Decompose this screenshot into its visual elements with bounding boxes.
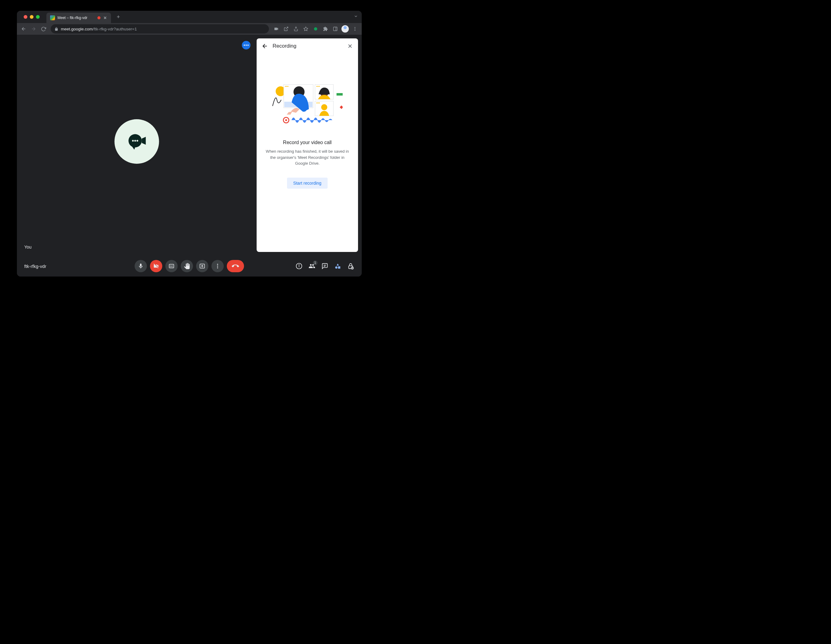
browser-chrome: Meet – ftk-rfkg-vdr + meet.google.com/ft…: [17, 11, 362, 35]
panel-body: Record your video call When recording ha…: [256, 54, 358, 252]
center-controls: CC: [135, 260, 244, 272]
svg-point-28: [319, 86, 320, 87]
right-controls: 1: [244, 262, 354, 270]
call-controls-bar: ftk-rfkg-vdr CC: [17, 256, 362, 277]
host-controls-button[interactable]: [347, 262, 354, 270]
self-label: You: [24, 245, 32, 250]
sidepanel-icon[interactable]: [331, 25, 339, 33]
panel-title: Recording: [272, 43, 343, 49]
panel-back-button[interactable]: [261, 43, 268, 49]
camera-chat-icon: [126, 130, 148, 153]
present-button[interactable]: [196, 260, 209, 272]
minimize-window-button[interactable]: [30, 15, 33, 19]
meet-favicon-icon: [50, 15, 55, 20]
tab-overflow-button[interactable]: [354, 14, 362, 20]
svg-rect-53: [338, 266, 340, 269]
browser-menu-icon[interactable]: [351, 25, 359, 33]
bookmark-icon[interactable]: [301, 25, 310, 33]
svg-point-34: [321, 104, 327, 110]
svg-rect-35: [336, 93, 343, 95]
forward-button[interactable]: [29, 25, 38, 33]
svg-point-27: [318, 86, 319, 87]
close-tab-button[interactable]: [103, 16, 107, 20]
camera-button[interactable]: [150, 260, 162, 272]
participant-count-badge: 1: [313, 261, 317, 265]
start-recording-button[interactable]: Start recording: [287, 178, 328, 189]
svg-point-13: [134, 140, 136, 142]
open-external-icon[interactable]: [282, 25, 290, 33]
svg-point-56: [352, 267, 353, 268]
panel-close-button[interactable]: [347, 43, 353, 49]
svg-point-20: [285, 86, 286, 87]
url-text: meet.google.com/ftk-rfkg-vdr?authuser=1: [61, 27, 137, 31]
reload-button[interactable]: [39, 25, 48, 33]
svg-point-31: [317, 103, 317, 103]
browser-window: Meet – ftk-rfkg-vdr + meet.google.com/ft…: [17, 11, 362, 277]
svg-point-48: [299, 264, 299, 265]
activities-button[interactable]: [334, 262, 341, 270]
participant-more-button[interactable]: [242, 41, 250, 49]
video-stage: You: [17, 35, 256, 256]
window-controls: [20, 15, 43, 19]
svg-point-21: [287, 86, 287, 87]
camera-indicator-icon[interactable]: [272, 25, 280, 33]
close-window-button[interactable]: [24, 15, 27, 19]
browser-tab[interactable]: Meet – ftk-rfkg-vdr: [46, 13, 111, 23]
recording-illustration: [272, 78, 343, 127]
meeting-details-button[interactable]: [295, 262, 303, 270]
svg-text:CC: CC: [170, 265, 174, 268]
svg-marker-4: [304, 27, 307, 31]
captions-button[interactable]: CC: [166, 260, 178, 272]
svg-point-52: [335, 266, 337, 269]
panel-heading: Record your video call: [283, 140, 332, 145]
svg-point-12: [132, 140, 134, 142]
raise-hand-button[interactable]: [181, 260, 193, 272]
chat-button[interactable]: [321, 262, 328, 270]
toolbar-icons: [272, 25, 359, 33]
svg-line-2: [286, 27, 288, 29]
svg-point-38: [285, 119, 287, 121]
share-icon[interactable]: [291, 25, 300, 33]
extension-badge-icon[interactable]: [311, 25, 320, 33]
svg-point-43: [217, 264, 218, 265]
svg-point-33: [319, 103, 320, 103]
self-avatar: [115, 119, 159, 164]
svg-rect-6: [333, 27, 337, 31]
meet-area: You Recording: [17, 35, 362, 256]
toolbar: meet.google.com/ftk-rfkg-vdr?authuser=1: [17, 23, 362, 35]
svg-point-14: [137, 140, 138, 142]
maximize-window-button[interactable]: [36, 15, 40, 19]
svg-point-32: [318, 103, 319, 103]
svg-point-10: [355, 30, 355, 31]
meeting-code: ftk-rfkg-vdr: [24, 264, 135, 269]
participants-button[interactable]: 1: [308, 262, 316, 270]
lock-icon: [54, 27, 58, 31]
svg-rect-36: [339, 105, 343, 109]
profile-avatar[interactable]: [341, 25, 349, 33]
leave-call-button[interactable]: [227, 260, 244, 272]
more-options-button[interactable]: [212, 260, 224, 272]
microphone-button[interactable]: [135, 260, 147, 272]
svg-point-45: [217, 267, 218, 268]
tab-bar: Meet – ftk-rfkg-vdr +: [17, 11, 362, 23]
recording-panel: Recording: [256, 38, 358, 252]
svg-point-22: [288, 86, 288, 87]
svg-marker-51: [336, 264, 339, 266]
recording-indicator-icon: [97, 16, 100, 19]
panel-description: When recording has finished, it will be …: [264, 148, 351, 167]
svg-point-44: [217, 266, 218, 266]
extensions-icon[interactable]: [321, 25, 330, 33]
svg-point-9: [355, 29, 355, 30]
svg-point-26: [317, 86, 317, 87]
new-tab-button[interactable]: +: [114, 13, 123, 21]
tab-title: Meet – ftk-rfkg-vdr: [57, 16, 95, 20]
panel-header: Recording: [256, 38, 358, 54]
svg-point-8: [355, 27, 355, 28]
back-button[interactable]: [19, 25, 28, 33]
svg-point-5: [314, 27, 317, 31]
address-bar[interactable]: meet.google.com/ftk-rfkg-vdr?authuser=1: [51, 24, 269, 33]
